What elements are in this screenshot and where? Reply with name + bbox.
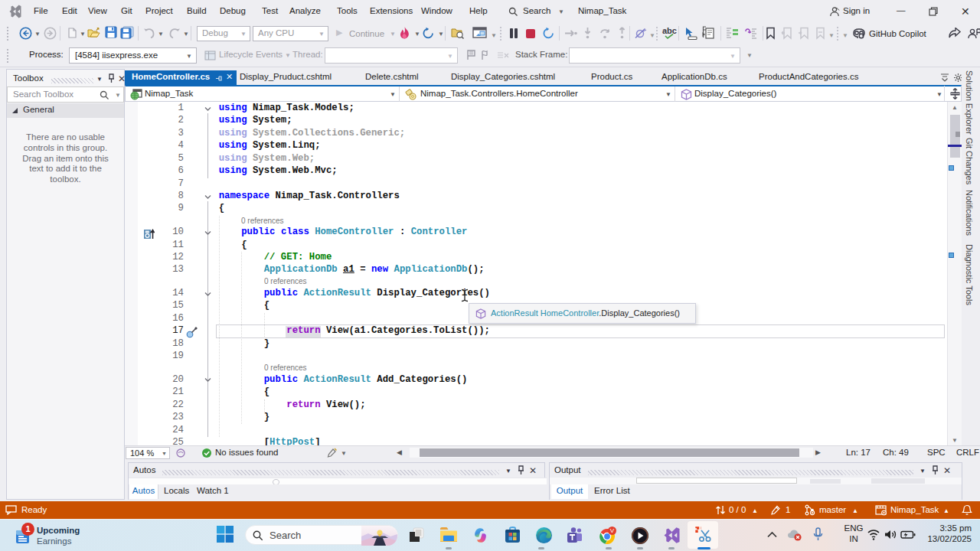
svg-text:V: V: [610, 527, 615, 534]
